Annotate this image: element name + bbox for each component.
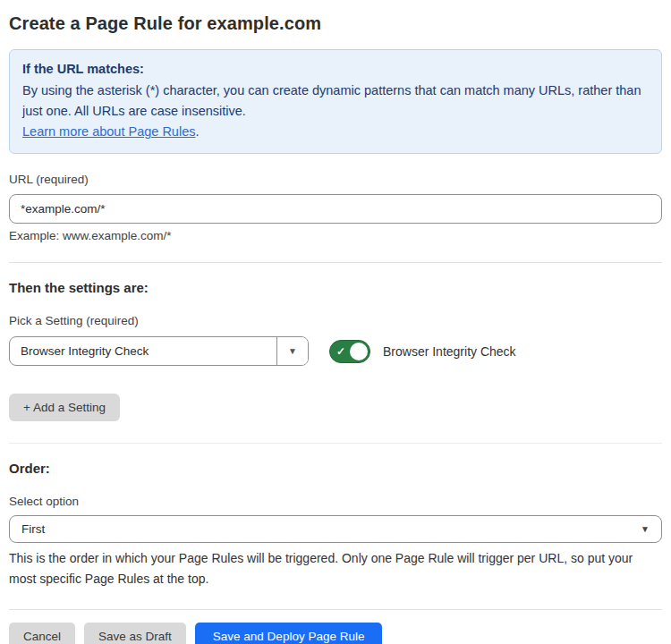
cancel-button[interactable]: Cancel [9, 623, 75, 644]
link-suffix: . [195, 124, 199, 139]
url-match-info-box: If the URL matches: By using the asteris… [9, 49, 662, 154]
section-divider [9, 262, 662, 263]
info-box-link-line: Learn more about Page Rules. [22, 122, 649, 142]
select-option-label: Select option [9, 495, 662, 508]
browser-integrity-toggle[interactable]: ✓ [329, 340, 370, 363]
order-helper-text: This is the order in which your Page Rul… [9, 548, 662, 589]
pick-setting-label: Pick a Setting (required) [9, 314, 662, 327]
order-heading: Order: [9, 461, 662, 476]
url-helper-text: Example: www.example.com/* [9, 229, 662, 242]
check-icon: ✓ [336, 346, 345, 357]
order-select-value: First [21, 522, 45, 536]
info-box-body: By using the asterisk (*) character, you… [22, 80, 649, 122]
page-rule-form: Create a Page Rule for example.com If th… [0, 0, 671, 644]
save-draft-button[interactable]: Save as Draft [84, 623, 186, 644]
info-box-heading: If the URL matches: [22, 59, 649, 80]
add-setting-button[interactable]: + Add a Setting [9, 394, 120, 421]
save-deploy-button[interactable]: Save and Deploy Page Rule [195, 623, 383, 644]
setting-row: Browser Integrity Check ▼ ✓ Browser Inte… [9, 336, 662, 366]
order-select[interactable]: First ▼ [9, 515, 662, 543]
page-title: Create a Page Rule for example.com [9, 13, 662, 34]
settings-heading: Then the settings are: [9, 280, 662, 295]
url-input[interactable] [9, 194, 662, 224]
section-divider [9, 609, 662, 610]
section-divider [9, 443, 662, 444]
toggle-knob [350, 343, 368, 360]
form-actions: Cancel Save as Draft Save and Deploy Pag… [9, 623, 662, 644]
url-label: URL (required) [9, 173, 662, 186]
setting-dropdown-arrow-button[interactable]: ▼ [276, 337, 308, 365]
setting-dropdown-value: Browser Integrity Check [10, 337, 276, 365]
toggle-label: Browser Integrity Check [383, 344, 516, 359]
chevron-down-icon: ▼ [288, 346, 297, 356]
chevron-down-icon: ▼ [641, 524, 650, 534]
setting-dropdown[interactable]: Browser Integrity Check ▼ [9, 336, 309, 366]
learn-more-link[interactable]: Learn more about Page Rules [22, 124, 195, 139]
